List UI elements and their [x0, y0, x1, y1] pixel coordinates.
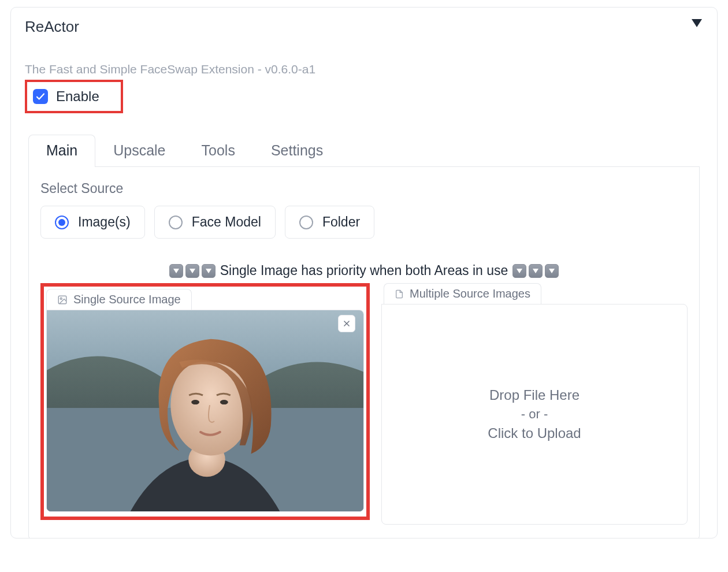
- svg-marker-2: [190, 269, 195, 273]
- triangle-badges-left: [169, 264, 216, 278]
- radio-icon: [55, 216, 69, 229]
- svg-marker-4: [517, 269, 522, 273]
- source-image-thumbnail: [47, 310, 363, 511]
- radio-icon: [299, 216, 313, 229]
- source-option-facemodel[interactable]: Face Model: [154, 206, 276, 239]
- multi-source-tab[interactable]: Multiple Source Images: [384, 283, 541, 304]
- close-icon: [343, 320, 351, 328]
- radio-icon: [169, 216, 183, 229]
- tab-settings[interactable]: Settings: [253, 135, 341, 167]
- radio-label: Image(s): [78, 214, 131, 230]
- image-icon: [57, 295, 68, 305]
- down-triangle-icon: [545, 264, 559, 278]
- file-icon: [395, 289, 404, 299]
- triangle-badges-right: [512, 264, 559, 278]
- single-source-tab-label: Single Source Image: [73, 293, 181, 306]
- tab-tools[interactable]: Tools: [184, 135, 253, 167]
- tab-content-main: Select Source Image(s) Face Model Folder: [28, 167, 700, 538]
- single-source-highlight-region: Single Source Image: [40, 283, 370, 520]
- down-triangle-icon: [512, 264, 526, 278]
- down-triangle-icon: [529, 264, 543, 278]
- svg-point-14: [220, 400, 228, 404]
- single-source-tab[interactable]: Single Source Image: [46, 289, 192, 310]
- source-option-folder[interactable]: Folder: [285, 206, 374, 239]
- down-triangle-icon: [202, 264, 216, 278]
- dropzone-line2: - or -: [521, 407, 548, 422]
- dropzone-line3: Click to Upload: [488, 425, 581, 441]
- radio-label: Folder: [322, 214, 360, 230]
- multi-source-tab-label: Multiple Source Images: [410, 287, 530, 300]
- svg-marker-3: [206, 269, 211, 273]
- tab-bar: Main Upscale Tools Settings: [28, 134, 700, 167]
- svg-point-13: [191, 400, 199, 404]
- tab-upscale[interactable]: Upscale: [95, 135, 183, 167]
- svg-marker-0: [692, 19, 702, 27]
- svg-marker-6: [549, 269, 555, 273]
- reactor-panel: ReActor The Fast and Simple FaceSwap Ext…: [10, 7, 718, 538]
- svg-point-8: [60, 298, 62, 299]
- source-option-images[interactable]: Image(s): [40, 206, 145, 239]
- panel-subtitle: The Fast and Simple FaceSwap Extension -…: [25, 62, 703, 76]
- priority-notice: Single Image has priority when both Area…: [40, 263, 688, 278]
- select-source-label: Select Source: [40, 181, 688, 196]
- down-triangle-icon: [169, 264, 183, 278]
- tab-main[interactable]: Main: [28, 135, 95, 167]
- radio-label: Face Model: [192, 214, 261, 230]
- svg-marker-5: [533, 269, 538, 273]
- enable-label: Enable: [56, 88, 99, 105]
- enable-highlight-region: Enable: [25, 80, 123, 113]
- svg-marker-1: [173, 269, 179, 273]
- panel-title: ReActor: [25, 18, 79, 36]
- single-source-image-box[interactable]: [46, 310, 364, 512]
- remove-image-button[interactable]: [338, 315, 355, 332]
- source-radio-row: Image(s) Face Model Folder: [40, 206, 688, 239]
- down-triangle-icon: [185, 264, 199, 278]
- enable-checkbox[interactable]: [33, 89, 48, 104]
- dropzone-line1: Drop File Here: [489, 387, 580, 403]
- multi-source-dropzone[interactable]: Drop File Here - or - Click to Upload: [381, 304, 688, 525]
- collapse-caret-icon[interactable]: [690, 18, 703, 28]
- multi-source-panel: Multiple Source Images Drop File Here - …: [381, 283, 688, 526]
- priority-text: Single Image has priority when both Area…: [220, 263, 508, 278]
